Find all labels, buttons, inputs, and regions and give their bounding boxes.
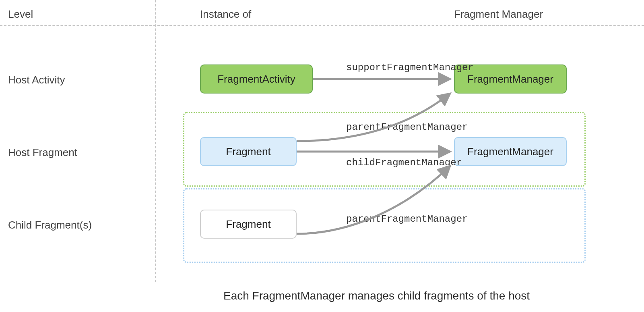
row-label-host-fragment: Host Fragment (8, 146, 77, 159)
header-level: Level (8, 8, 33, 21)
box-fragment-activity: FragmentActivity (200, 64, 313, 94)
diagram-caption: Each FragmentManager manages child fragm… (223, 289, 530, 302)
box-fragment-white: Fragment (200, 210, 297, 239)
box-fragment-blue: Fragment (200, 137, 297, 166)
arrow-label-parent-bottom: parentFragmentManager (346, 214, 468, 225)
arrow-label-parent-top: parentFragmentManager (346, 122, 468, 133)
arrow-label-child: childFragmentManager (346, 157, 462, 168)
header-divider-horizontal (0, 25, 644, 26)
arrow-parent-top (297, 94, 450, 141)
row-label-host-activity: Host Activity (8, 74, 65, 86)
header-divider-vertical (155, 0, 156, 282)
box-fragment-manager-blue: FragmentManager (454, 137, 567, 166)
header-fragment-manager: Fragment Manager (454, 8, 543, 21)
arrow-label-support: supportFragmentManager (346, 62, 474, 73)
header-instance-of: Instance of (200, 8, 251, 21)
row-label-child-fragments: Child Fragment(s) (8, 219, 92, 231)
